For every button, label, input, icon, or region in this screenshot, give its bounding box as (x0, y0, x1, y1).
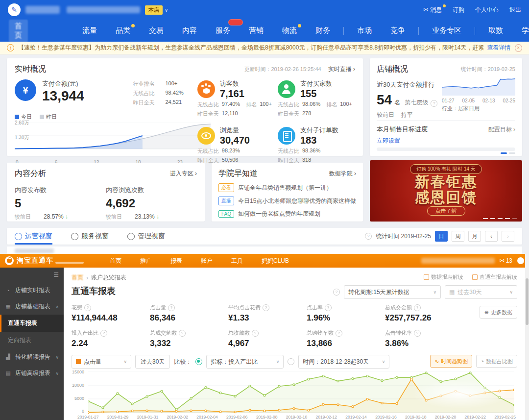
tab-operation-view[interactable]: 运营视窗 (15, 228, 52, 245)
nav-item-交易[interactable]: 交易 (149, 23, 164, 38)
ztc-menu-首页[interactable]: 首页 (110, 257, 121, 265)
metric-value: 4,692 (106, 197, 197, 210)
item-tag: 必看 (218, 183, 234, 192)
sidebar-item-店铺高级报表[interactable]: ▤店铺高级报表∨ (0, 365, 64, 381)
info-icon[interactable]: ? (333, 289, 340, 296)
period-week-button[interactable]: 周 (452, 231, 464, 242)
conversion-cycle-select[interactable]: 转化周期:15天累计数据∨ (344, 285, 441, 299)
period-month-button[interactable]: 月 (468, 231, 481, 242)
chart-metric-select[interactable]: 点击量∨ (72, 355, 131, 369)
breadcrumb-current: 账户总览报表 (91, 273, 126, 282)
info-icon[interactable]: ? (431, 100, 437, 107)
info-icon[interactable]: ? (168, 304, 175, 311)
range-30days-button[interactable]: 过去30天 (135, 355, 170, 369)
notice-detail-link[interactable]: 查看详情 (487, 44, 511, 52)
nav-item-取数[interactable]: 取数 (488, 23, 503, 38)
compare-time-radio[interactable] (288, 358, 294, 365)
nav-item-竞争[interactable]: 竞争 (390, 23, 405, 38)
ztc-menu-推广[interactable]: 推广 (140, 257, 152, 265)
college-list: 必看店铺全年品类销售额规划（第一讲）直播今日15点小北老师跟您聊聊优秀的商家这样… (218, 183, 356, 218)
item-tag: 直播 (218, 197, 234, 205)
compare-index-radio[interactable] (195, 358, 202, 365)
content-analysis-panel: 内容分析 进入专区 › 内容发布数 5 较前日28.57% ↓ 内容浏览次数 4… (7, 163, 205, 222)
personal-center-link[interactable]: 个人中心 (475, 6, 499, 14)
sidebar-item-店铺基础报表[interactable]: ▦店铺基础报表∧ (0, 298, 64, 315)
carousel-dashes[interactable] (501, 152, 515, 154)
info-icon[interactable]: ? (100, 330, 107, 337)
report-metric: 总购物车数?13,866 (307, 329, 385, 352)
hamburger-icon[interactable]: ☰ (53, 272, 59, 278)
info-icon[interactable]: ? (414, 304, 421, 311)
info-icon[interactable]: ? (179, 330, 186, 337)
shop-badge: 本店 (145, 5, 163, 15)
sidebar-item-转化解读报告[interactable]: ▟转化解读报告∨ (0, 349, 64, 365)
report-guide-link[interactable]: 数据报表解读 (424, 273, 463, 281)
nav-item-学院[interactable]: 学院 (522, 23, 529, 38)
ztc-mail-indicator[interactable]: ✉13 (500, 257, 512, 264)
scrollbar-thumb[interactable] (526, 278, 529, 325)
ztc-menu-工具[interactable]: 工具 (231, 257, 243, 265)
next-button[interactable]: › (502, 231, 514, 242)
period-day-button[interactable]: 日 (435, 231, 448, 242)
breadcrumb-home[interactable]: 首页 (72, 273, 83, 282)
list-item[interactable]: 直播今日15点小北老师跟您聊聊优秀的商家这样做店 (218, 197, 356, 205)
banner-cta-button[interactable]: 点击了解 (427, 206, 465, 216)
nav-item-内容[interactable]: 内容 (182, 23, 197, 38)
close-icon[interactable]: × (515, 44, 522, 52)
caret-down-icon: ∨ (429, 290, 436, 295)
logout-link[interactable]: 退出 (509, 6, 521, 14)
compare-index-select[interactable]: 指标：投入产出比∨ (206, 355, 284, 369)
ztc-menu-报表[interactable]: 报表 (170, 257, 182, 265)
nav-item-home[interactable]: 首页 (9, 20, 28, 42)
panel-title: 店铺概况 (377, 64, 408, 74)
tab-service-view[interactable]: 服务视窗 (71, 228, 109, 245)
info-icon[interactable]: ? (365, 233, 372, 240)
info-icon[interactable]: ? (252, 330, 259, 337)
tab-management-view[interactable]: 管理视窗 (127, 228, 165, 245)
ztc-menu-妈妈CLUB[interactable]: 妈妈CLUB (262, 257, 289, 265)
info-icon[interactable]: ? (263, 304, 269, 311)
ztc-menu-账户[interactable]: 账户 (201, 257, 213, 265)
calendar-icon: ▦ (449, 289, 455, 296)
info-icon[interactable]: ? (336, 330, 342, 337)
chevron-down-icon[interactable]: ∨ (165, 7, 168, 13)
messages-link[interactable]: ✉消息 (423, 6, 442, 14)
list-item[interactable]: 必看店铺全年品类销售额规划（第一讲） (218, 183, 356, 192)
prev-button[interactable]: ‹ (485, 231, 498, 242)
sidebar-item-定向报表[interactable]: 定向报表 (0, 332, 64, 349)
configure-goal-link[interactable]: 配置目标 › (488, 125, 515, 134)
panel-title: 实时概况 (15, 64, 46, 74)
nav-item-财务[interactable]: 财务 (315, 23, 330, 38)
nav-item-业务专区[interactable]: 业务专区 (432, 23, 461, 38)
nav-item-流量[interactable]: 流量 (82, 23, 97, 38)
trend-chart-button[interactable]: ∿时间趋势图 (430, 355, 472, 368)
scrollbar-track[interactable] (525, 254, 529, 420)
list-item[interactable]: FAQ如何做一份老板点赞的年度规划 (218, 210, 356, 218)
info-icon[interactable]: ? (325, 304, 332, 311)
info-icon[interactable]: ? (84, 304, 91, 311)
data-college-link[interactable]: 数据学院 › (329, 170, 356, 178)
nav-item-营销[interactable]: 营销 (249, 23, 264, 38)
more-data-button[interactable]: ⊕更多数据 (480, 306, 517, 319)
enter-zone-link[interactable]: 进入专区 › (170, 170, 197, 178)
ztc-report-guide-link[interactable]: 直通车报表解读 (472, 273, 517, 281)
stat-label: 昨日全天 (197, 110, 219, 118)
setup-now-link[interactable]: 立即设置 (377, 137, 400, 145)
nav-item-物流[interactable]: 物流 (282, 23, 297, 38)
ratio-chart-button[interactable]: ◔数据占比图 (476, 355, 517, 368)
stat-value: 97.40% (222, 101, 240, 108)
avatar[interactable] (517, 257, 524, 264)
promo-banner[interactable]: 订购 100% 有礼 限时 14 天 新春钜惠 感恩回馈 点击了解 (370, 160, 522, 222)
nav-item-品类[interactable]: 品类 (116, 23, 130, 38)
banner-carousel-dashes[interactable] (483, 218, 517, 219)
nav-item-服务[interactable]: 服务 (216, 23, 230, 38)
notification-dot (131, 24, 135, 27)
sidebar-item-直通车报表[interactable]: 直通车报表 (0, 315, 64, 332)
info-icon[interactable]: ? (414, 330, 421, 337)
nav-item-市场[interactable]: 市场 (357, 23, 372, 38)
compare-time-select[interactable]: 时间：2018-12-28起30天∨ (298, 355, 389, 369)
date-range-select[interactable]: ▦过去30天∨ (445, 285, 517, 299)
realtime-live-link[interactable]: 实时直播 › (328, 65, 355, 74)
sidebar-item-店铺实时报表[interactable]: ◔店铺实时报表 (0, 282, 64, 298)
subscribe-link[interactable]: 订购 (453, 6, 464, 14)
